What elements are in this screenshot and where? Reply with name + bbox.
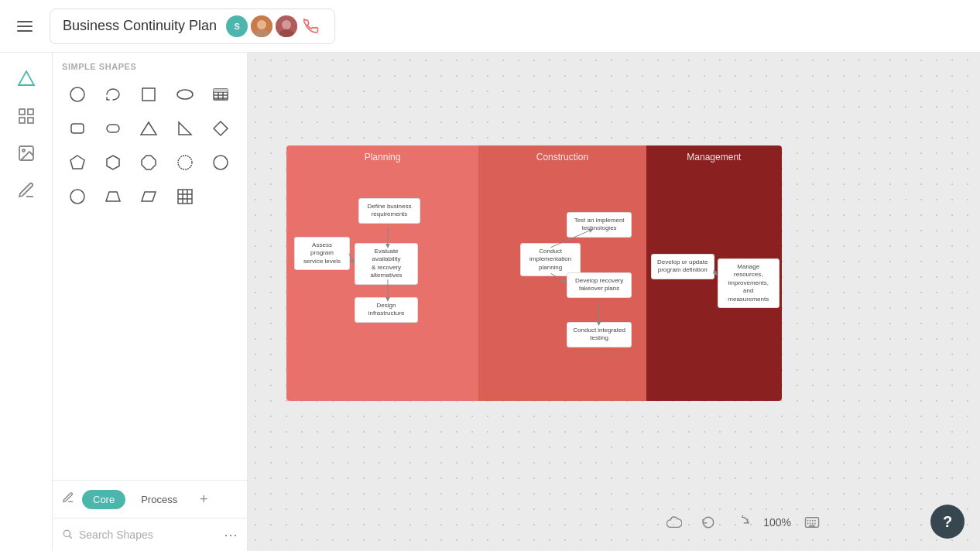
flow-box-b10[interactable]: Manage resources,improvements, andmeasur… xyxy=(718,258,780,308)
svg-rect-26 xyxy=(214,89,228,92)
lane-construction-body: Conductimplementationplanning Test an im… xyxy=(478,169,646,401)
svg-point-45 xyxy=(63,530,70,536)
shape-trapezoid[interactable] xyxy=(98,181,128,212)
search-icon xyxy=(62,529,73,542)
lane-planning: Planning Define businessrequirements Ass… xyxy=(286,145,478,401)
svg-rect-11 xyxy=(19,109,25,115)
svg-point-36 xyxy=(214,156,228,169)
svg-point-7 xyxy=(282,20,291,29)
shape-rounded-rect[interactable] xyxy=(62,113,93,144)
avatar-p xyxy=(276,15,297,37)
svg-rect-27 xyxy=(71,124,84,133)
lane-planning-header: Planning xyxy=(286,145,478,169)
avatar-group: S xyxy=(226,15,322,37)
svg-rect-14 xyxy=(28,118,33,123)
shape-diamond[interactable] xyxy=(205,113,236,144)
svg-marker-32 xyxy=(70,156,84,169)
lane-management-body: Develop or updateprogram definition Mana… xyxy=(646,169,782,401)
flow-box-b5[interactable]: Conductimplementationplanning xyxy=(520,243,581,276)
flow-box-b1[interactable]: Define businessrequirements xyxy=(358,198,420,224)
menu-button[interactable] xyxy=(12,14,37,39)
svg-rect-12 xyxy=(28,109,33,115)
search-bar: ⋯ xyxy=(53,518,247,551)
image-sidebar-icon[interactable] xyxy=(9,136,43,170)
svg-point-35 xyxy=(178,156,192,169)
shapes-sidebar-icon[interactable] xyxy=(9,62,43,96)
shapes-grid xyxy=(62,79,238,212)
canvas-area[interactable]: Planning Define businessrequirements Ass… xyxy=(248,53,980,551)
keyboard-button[interactable] xyxy=(799,509,825,536)
svg-point-37 xyxy=(70,190,84,204)
avatar-b xyxy=(251,15,272,37)
svg-marker-34 xyxy=(142,156,156,169)
simple-shapes-label: Simple Shapes xyxy=(62,62,238,71)
svg-rect-13 xyxy=(19,118,25,123)
svg-line-46 xyxy=(70,536,72,538)
svg-rect-2 xyxy=(17,30,33,32)
svg-marker-9 xyxy=(19,71,34,85)
shape-panel: Simple Shapes xyxy=(53,53,248,551)
svg-point-4 xyxy=(257,20,266,29)
svg-marker-33 xyxy=(107,156,119,169)
undo-button[interactable] xyxy=(695,509,721,536)
pen-icon xyxy=(62,491,74,507)
lane-planning-body: Define businessrequirements Assess progr… xyxy=(286,169,478,401)
lane-management: Management Develop or updateprogram defi… xyxy=(646,145,782,401)
svg-point-17 xyxy=(70,87,84,101)
redo-button[interactable] xyxy=(729,509,756,536)
shape-empty xyxy=(205,181,236,212)
phone-icon[interactable] xyxy=(300,15,322,37)
flow-box-b3[interactable]: Evaluate availability& recoveryalternati… xyxy=(355,243,418,285)
topbar: Business Continuity Plan S xyxy=(0,0,980,53)
search-more-button[interactable]: ⋯ xyxy=(224,526,238,543)
svg-point-16 xyxy=(22,149,25,152)
shape-circle3[interactable] xyxy=(62,181,93,212)
shape-dodecagon[interactable] xyxy=(170,147,200,178)
shape-loop[interactable] xyxy=(98,79,128,110)
tab-core[interactable]: Core xyxy=(82,490,125,509)
flow-box-b7[interactable]: Develop recoverytakeover plans xyxy=(567,272,632,298)
svg-rect-0 xyxy=(17,21,33,22)
svg-marker-38 xyxy=(106,192,120,201)
drawing-sidebar-icon[interactable] xyxy=(9,173,43,207)
help-button[interactable]: ? xyxy=(930,505,965,539)
shape-ellipse[interactable] xyxy=(170,79,200,110)
cloud-button[interactable] xyxy=(661,509,687,536)
shape-square[interactable] xyxy=(133,79,164,110)
shape-triangle[interactable] xyxy=(133,113,164,144)
svg-rect-28 xyxy=(107,125,119,132)
shape-parallelogram[interactable] xyxy=(133,181,164,212)
shape-right-triangle[interactable] xyxy=(170,113,200,144)
shape-rounded-rect2[interactable] xyxy=(98,113,128,144)
shape-octagon[interactable] xyxy=(133,147,164,178)
search-input[interactable] xyxy=(79,529,218,541)
avatar-s: S xyxy=(226,15,248,37)
lane-construction: Construction Conductimplementationplanni… xyxy=(478,145,646,401)
diagram-container: Planning Define businessrequirements Ass… xyxy=(286,145,782,401)
flow-box-b9[interactable]: Develop or updateprogram definition xyxy=(651,254,714,279)
lane-management-header: Management xyxy=(646,145,782,169)
flow-box-b6[interactable]: Test an implementtechnologies xyxy=(567,212,632,238)
svg-marker-39 xyxy=(142,192,156,201)
svg-rect-1 xyxy=(17,26,33,27)
flow-box-b8[interactable]: Conduct integratedtesting xyxy=(567,322,632,347)
tab-add-button[interactable]: + xyxy=(193,488,214,510)
left-sidebar xyxy=(0,53,53,551)
shape-hexagon[interactable] xyxy=(98,147,128,178)
flow-box-b4[interactable]: Design infrastructure xyxy=(355,297,418,323)
svg-marker-31 xyxy=(214,121,228,135)
grid-sidebar-icon[interactable] xyxy=(9,99,43,133)
shape-pentagon[interactable] xyxy=(62,147,93,178)
title-area: Business Continuity Plan S xyxy=(50,9,335,44)
document-title: Business Continuity Plan xyxy=(63,18,217,34)
tab-process[interactable]: Process xyxy=(130,490,188,509)
shape-grid[interactable] xyxy=(170,181,200,212)
flow-box-b2[interactable]: Assess programservice levels xyxy=(294,237,350,270)
shape-table[interactable] xyxy=(205,79,236,110)
svg-point-19 xyxy=(177,90,193,99)
shape-circle[interactable] xyxy=(62,79,93,110)
svg-marker-29 xyxy=(141,122,156,135)
zoom-label: 100% xyxy=(763,516,791,529)
shape-circle2[interactable] xyxy=(205,147,236,178)
svg-marker-30 xyxy=(179,122,191,135)
